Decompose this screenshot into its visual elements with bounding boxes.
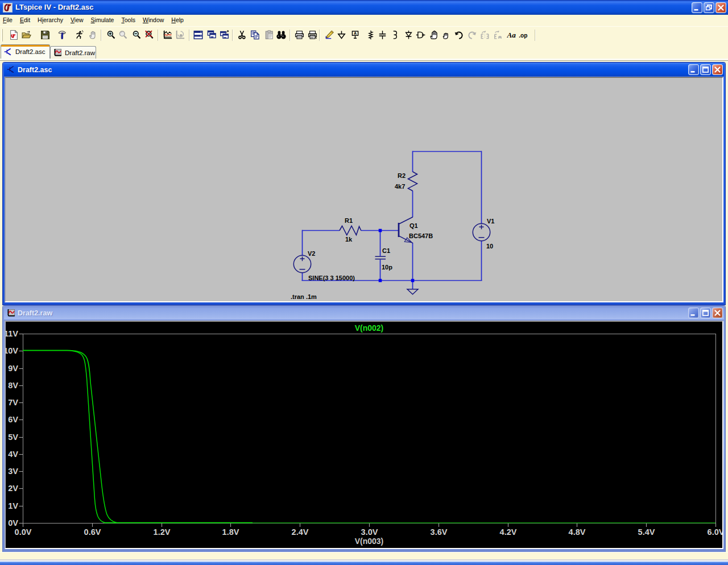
waveform-minimize-button[interactable] [688, 308, 699, 318]
component-label: R2 [398, 172, 406, 179]
menu-item-window[interactable]: Window [139, 15, 167, 26]
x-tick-label: 4.2V [500, 527, 517, 537]
waveform-plot[interactable]: V(n002) 11V10V9V8V7V6V5V4V3V2V1V0V 0.0V0… [5, 321, 723, 549]
capacitor-button[interactable] [376, 28, 389, 42]
menu-bar: FileEditHierarchyViewSimulateToolsWindow… [0, 15, 728, 26]
drag-button[interactable] [440, 28, 453, 42]
component-r2[interactable]: R2 4k7 [395, 172, 417, 191]
open-button[interactable] [20, 28, 33, 42]
resistor-button[interactable] [364, 28, 377, 42]
x-tick-label: 1.8V [222, 527, 239, 537]
waveform-maximize-button[interactable] [700, 308, 711, 318]
toolbar-separator [289, 30, 291, 41]
tab-strip: Draft2.asc Draft2.raw [0, 44, 728, 63]
paste-icon [264, 30, 274, 40]
minimize-button[interactable] [692, 2, 702, 13]
component-q1[interactable]: Q1 BC547B [399, 217, 433, 243]
text-button[interactable] [505, 28, 518, 42]
undo-button[interactable] [452, 28, 465, 42]
net-label-button[interactable] [349, 28, 362, 42]
diode-button[interactable] [402, 28, 415, 42]
trace-legend-label[interactable]: V(n002) [355, 323, 384, 333]
paste-button[interactable] [263, 28, 276, 42]
component-r1[interactable]: R1 1k [340, 217, 361, 243]
waveform-window-title: Draft2.raw [18, 309, 52, 317]
y-tick-label: 3V [8, 467, 18, 476]
schematic-maximize-button[interactable] [700, 64, 711, 75]
y-tick-label: 8V [8, 381, 18, 390]
y-tick-label: 1V [8, 501, 18, 510]
component-v2[interactable]: V2 SINE(3 3 15000) [293, 250, 355, 282]
menu-item-help[interactable]: Help [167, 15, 187, 26]
move-button[interactable] [428, 28, 441, 42]
menu-item-edit[interactable]: Edit [16, 15, 34, 26]
schematic-minimize-button[interactable] [688, 64, 699, 75]
menu-item-view[interactable]: View [67, 15, 87, 26]
copy-button[interactable] [249, 28, 262, 42]
schematic-window-title: Draft2.asc [18, 66, 52, 74]
mirror-button[interactable] [478, 28, 491, 42]
print-preview-button[interactable] [306, 28, 319, 42]
new-schematic-button[interactable] [7, 28, 20, 42]
menu-item-file[interactable]: File [0, 15, 16, 26]
wire-button[interactable] [323, 28, 336, 42]
menu-item-hierarchy[interactable]: Hierarchy [34, 15, 67, 26]
zoom-extents-button[interactable] [143, 28, 156, 42]
rotate-button[interactable] [491, 28, 504, 42]
schematic-canvas[interactable]: R2 4k7 R1 1k C1 10p Q1 BC547B V1 10 [5, 77, 723, 302]
redo-button[interactable] [466, 28, 479, 42]
save-icon [40, 30, 50, 40]
wire-icon [325, 30, 334, 40]
spice-directive-text[interactable]: .tran .1m [291, 293, 317, 300]
schematic-window: Draft2.asc R2 4k7 R1 1k [3, 63, 725, 305]
schematic-window-titlebar[interactable]: Draft2.asc [4, 63, 724, 76]
print-button[interactable] [293, 28, 306, 42]
tile-horizontal-icon [193, 30, 203, 40]
schematic-close-button[interactable] [712, 64, 723, 75]
pan-button[interactable] [173, 28, 187, 42]
run-button[interactable] [73, 28, 86, 42]
cut-button[interactable] [235, 28, 249, 42]
menu-item-simulate[interactable]: Simulate [87, 15, 118, 26]
zoom-in-button[interactable] [105, 28, 118, 42]
halt-button[interactable] [86, 28, 100, 42]
ground-icon [337, 30, 346, 40]
ground-button[interactable] [335, 28, 348, 42]
waveform-window-titlebar[interactable]: Draft2.raw [4, 306, 724, 319]
toolbar-grip[interactable] [1, 29, 3, 41]
x-tick-label: 0.6V [84, 527, 101, 537]
control-panel-button[interactable] [56, 28, 69, 42]
rotate-icon [493, 30, 503, 40]
find-button[interactable] [275, 28, 288, 42]
component-label: V1 [487, 218, 494, 225]
windows-taskbar[interactable] [0, 561, 728, 565]
new-schematic-icon [9, 30, 19, 40]
spice-directive-button[interactable] [517, 28, 530, 42]
autorange-y-button[interactable] [161, 28, 174, 42]
cascade-button[interactable] [218, 28, 231, 42]
inductor-icon [390, 30, 400, 40]
tile-vertical-button[interactable] [205, 28, 218, 42]
menu-item-tools[interactable]: Tools [117, 15, 139, 26]
restore-button[interactable] [704, 2, 714, 13]
component-value: SINE(3 3 15000) [308, 275, 355, 281]
save-button[interactable] [39, 28, 52, 42]
tab-label: Draft2.asc [15, 48, 45, 55]
tab-draft2-asc[interactable]: Draft2.asc [1, 44, 50, 59]
component-v1[interactable]: V1 10 [473, 218, 494, 250]
zoom-back-button[interactable] [117, 28, 130, 42]
plus-sign [479, 225, 484, 229]
inductor-button[interactable] [388, 28, 402, 42]
tab-draft2-raw[interactable]: Draft2.raw [50, 46, 96, 59]
close-button[interactable] [715, 2, 726, 13]
title-bar[interactable]: LTspice IV - Draft2.asc [0, 0, 728, 15]
waveform-close-button[interactable] [712, 308, 723, 318]
tile-horizontal-button[interactable] [192, 28, 205, 42]
ground-symbol[interactable] [407, 289, 418, 294]
component-button[interactable] [414, 28, 427, 42]
x-tick-label: 6.0V [708, 527, 722, 537]
capacitor-icon [378, 30, 387, 40]
component-c1[interactable]: C1 10p [375, 247, 393, 271]
waveform-window: Draft2.raw V(n002) 11V10V9V8V7V6V5V4V3V2… [3, 306, 725, 552]
zoom-out-button[interactable] [130, 28, 143, 42]
